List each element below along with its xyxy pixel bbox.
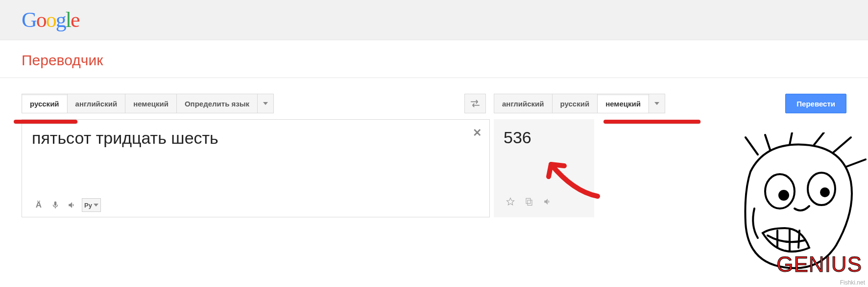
source-text-box: пятьсот тридцать шесть ✕ Ä Ру [22,119,490,217]
chevron-down-icon [94,204,98,207]
chevron-down-icon [654,102,659,105]
svg-point-4 [779,191,788,200]
translate-button[interactable]: Перевести [785,94,846,113]
target-language-dropdown[interactable] [649,94,665,113]
keyboard-button[interactable]: Ру [82,198,101,212]
source-tab-russian[interactable]: русский [22,94,68,113]
source-language-dropdown[interactable] [258,94,274,113]
annotation-underline-target [603,120,700,124]
source-text-input[interactable]: пятьсот тридцать шесть [32,129,470,198]
save-translation-button[interactable] [504,195,517,209]
top-bar: Google [0,0,868,40]
source-tab-german[interactable]: немецкий [125,94,177,113]
special-char-button[interactable]: Ä [32,198,46,212]
svg-point-5 [821,188,829,196]
target-tab-english[interactable]: английский [494,94,553,113]
copy-icon [525,197,533,206]
chevron-down-icon [263,102,268,105]
star-icon [506,197,515,206]
source-tab-detect[interactable]: Определить язык [177,94,258,113]
mic-button[interactable] [48,198,62,212]
target-tab-russian[interactable]: русский [553,94,598,113]
listen-source-button[interactable] [65,198,79,212]
svg-rect-1 [526,198,530,204]
annotation-arrow [544,157,603,201]
annotation-underline-source [14,120,77,124]
meme-caption: GENIUS [776,252,862,277]
clear-input-button[interactable]: ✕ [473,127,482,139]
target-tab-german[interactable]: немецкий [598,94,649,113]
google-logo[interactable]: Google [22,7,79,32]
swap-languages-button[interactable] [464,94,486,113]
source-tab-english[interactable]: английский [68,94,126,113]
speaker-icon [68,201,76,209]
source-language-tabs: русский английский немецкий Определить я… [22,94,274,113]
source-toolbar: Ä Ру [32,198,470,212]
target-language-tabs: английский русский немецкий [494,94,665,113]
mic-icon [51,201,60,209]
copy-translation-button[interactable] [522,195,536,209]
swap-icon [470,100,481,107]
page-title: Переводчик [0,40,868,78]
svg-rect-0 [528,200,532,206]
meme-image: GENIUS [721,132,868,280]
watermark: Fishki.net [840,279,865,286]
